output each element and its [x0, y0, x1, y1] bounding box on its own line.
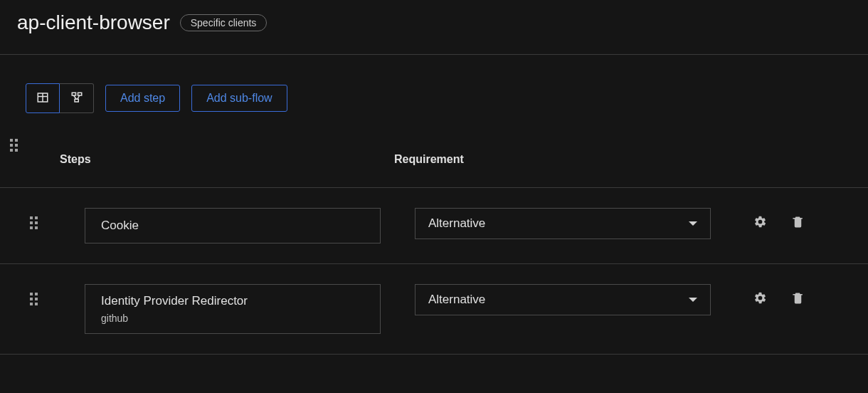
chevron-down-icon	[689, 298, 697, 302]
step-name: Cookie	[101, 219, 364, 233]
requirement-value: Alternative	[428, 293, 485, 307]
delete-button[interactable]	[791, 215, 805, 231]
row-actions	[753, 208, 805, 231]
toolbar: Add step Add sub-flow	[0, 55, 868, 135]
view-toggle-group	[26, 83, 94, 113]
delete-button[interactable]	[791, 291, 805, 308]
add-subflow-button[interactable]: Add sub-flow	[191, 85, 287, 112]
svg-line-7	[77, 95, 79, 99]
step-cell: Cookie	[85, 208, 381, 243]
gear-icon	[753, 291, 767, 308]
trash-icon	[791, 291, 805, 308]
svg-rect-3	[72, 93, 75, 95]
requirement-value: Alternative	[428, 216, 485, 231]
drag-handle-icon[interactable]	[17, 208, 53, 229]
svg-line-6	[73, 95, 76, 99]
svg-rect-5	[75, 99, 78, 102]
settings-button[interactable]	[753, 215, 767, 231]
gear-icon	[753, 215, 767, 231]
drag-handle-icon[interactable]	[17, 284, 53, 305]
table-row: Cookie Alternative	[0, 188, 868, 264]
table-icon	[36, 91, 49, 106]
requirement-select[interactable]: Alternative	[415, 284, 711, 315]
diagram-icon	[70, 91, 83, 106]
page-header: ap-client-browser Specific clients	[0, 0, 868, 55]
diagram-view-toggle[interactable]	[60, 83, 94, 113]
step-name: Identity Provider Redirector	[101, 294, 364, 308]
page-title: ap-client-browser	[17, 11, 170, 34]
table-header: Steps Requirement	[0, 145, 868, 188]
requirement-select[interactable]: Alternative	[415, 208, 711, 239]
column-header-steps: Steps	[60, 153, 394, 166]
type-badge: Specific clients	[180, 14, 268, 31]
step-cell: Identity Provider Redirector github	[85, 284, 381, 334]
svg-rect-4	[78, 93, 81, 95]
add-step-button[interactable]: Add step	[105, 85, 180, 112]
trash-icon	[791, 215, 805, 231]
row-actions	[753, 284, 805, 308]
table-row: Identity Provider Redirector github Alte…	[0, 264, 868, 355]
table-view-toggle[interactable]	[26, 83, 60, 113]
column-header-requirement: Requirement	[394, 153, 464, 166]
settings-button[interactable]	[753, 291, 767, 308]
step-alias: github	[101, 313, 364, 324]
chevron-down-icon	[689, 221, 697, 226]
